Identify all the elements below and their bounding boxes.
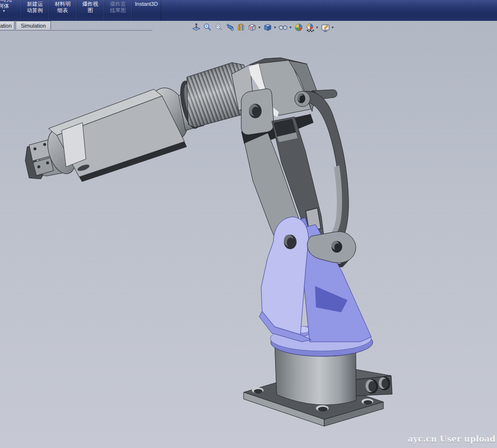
button-label: 爆炸视 bbox=[80, 1, 101, 7]
bracket-hole bbox=[284, 235, 297, 249]
zoom-to-area-icon[interactable] bbox=[202, 22, 213, 32]
tab-simulation[interactable]: Simulation bbox=[16, 21, 51, 30]
button-label: 图 bbox=[80, 7, 101, 14]
view-settings-icon[interactable] bbox=[320, 22, 331, 32]
heads-up-view-toolbar: ▼ ▼ ▼ ▼ bbox=[191, 22, 335, 32]
tab-label: Simulation bbox=[21, 23, 46, 29]
forearm[interactable] bbox=[25, 89, 187, 182]
dropdown-arrow-icon[interactable]: ▼ bbox=[315, 26, 319, 29]
button-label: 爆炸直 bbox=[107, 1, 129, 7]
rotate-view-icon[interactable] bbox=[225, 22, 235, 32]
hide-show-items-icon[interactable] bbox=[278, 22, 288, 32]
dropdown-arrow-icon[interactable]: ▼ bbox=[331, 26, 334, 29]
robot-arm-model[interactable] bbox=[0, 21, 497, 448]
graphics-viewport[interactable]: ation Simulation bbox=[0, 21, 497, 448]
view-orientation-icon[interactable] bbox=[247, 22, 257, 32]
dropdown-arrow-icon[interactable]: ▼ bbox=[273, 26, 277, 29]
ribbon-button-instant3d[interactable]: Instant3D bbox=[132, 0, 161, 21]
edit-appearance-icon[interactable] bbox=[294, 22, 304, 32]
tab-label: ation bbox=[0, 23, 12, 29]
button-label: 细表 bbox=[52, 7, 73, 14]
bracket-front-plate bbox=[261, 217, 309, 335]
button-label: Instant3D bbox=[135, 1, 158, 7]
forearm-panel bbox=[62, 123, 86, 167]
dropdown-arrow-icon[interactable]: ▾ bbox=[0, 9, 18, 13]
button-label: 新建运 bbox=[24, 1, 46, 7]
apply-scene-icon[interactable] bbox=[305, 22, 315, 32]
ribbon-button-reference-geometry[interactable]: 参考几 何体 ▾ bbox=[0, 0, 21, 21]
ribbon-button-explode-line-sketch: 爆炸直 线草图 bbox=[104, 0, 132, 21]
section-view-icon[interactable] bbox=[236, 22, 246, 32]
dropdown-arrow-icon[interactable]: ▼ bbox=[289, 26, 292, 29]
button-label: 动算例 bbox=[24, 7, 46, 14]
button-label: 材料明 bbox=[52, 1, 73, 7]
button-label: 线草图 bbox=[107, 7, 129, 14]
ribbon-button-exploded-view[interactable]: 爆炸视 图 bbox=[77, 0, 104, 21]
previous-view-icon[interactable] bbox=[214, 22, 224, 32]
dropdown-arrow-icon[interactable]: ▼ bbox=[258, 26, 261, 29]
display-style-icon[interactable] bbox=[263, 22, 273, 32]
command-ribbon: 参考几 何体 ▾ 新建运 动算例 材料明 细表 爆炸视 图 爆炸直 线草图 In… bbox=[0, 0, 497, 21]
commandmanager-tabstrip: ation Simulation bbox=[0, 21, 152, 31]
zoom-to-fit-icon[interactable] bbox=[191, 22, 201, 32]
ribbon-button-bill-of-materials[interactable]: 材料明 细表 bbox=[49, 0, 77, 21]
ribbon-button-new-motion-study[interactable]: 新建运 动算例 bbox=[21, 0, 49, 21]
lug-hole bbox=[249, 104, 262, 118]
tab-animation-clipped[interactable]: ation bbox=[0, 21, 15, 30]
